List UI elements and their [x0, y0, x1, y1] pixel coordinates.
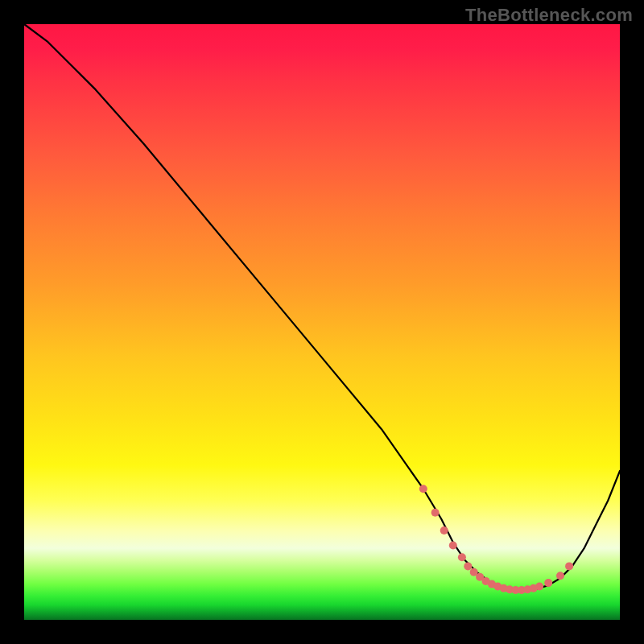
curve-marker [449, 542, 457, 550]
marker-group [419, 485, 573, 594]
curve-marker [431, 509, 440, 517]
curve-marker [458, 553, 466, 561]
curve-marker [565, 562, 573, 570]
curve-marker [464, 562, 472, 570]
plot-area [24, 24, 620, 620]
bottleneck-curve [24, 24, 620, 590]
curve-marker [440, 526, 448, 535]
chart-svg [24, 24, 620, 620]
watermark-text: TheBottleneck.com [465, 5, 633, 26]
chart-frame: TheBottleneck.com [0, 0, 644, 644]
curve-marker [556, 572, 564, 580]
curve-marker [419, 485, 427, 493]
curve-marker [544, 579, 552, 587]
curve-marker [535, 583, 543, 591]
